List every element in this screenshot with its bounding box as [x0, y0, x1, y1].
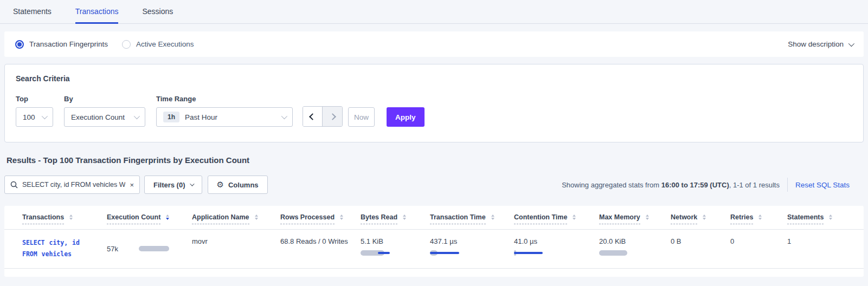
time-range-badge: 1h: [163, 112, 179, 122]
search-icon: [10, 181, 18, 188]
cell-network: 0 B: [671, 237, 730, 261]
col-header-label[interactable]: Transactions: [22, 213, 64, 224]
cell-rows-processed: 68.8 Reads / 0 Writes: [280, 237, 361, 261]
apply-button[interactable]: Apply: [387, 107, 425, 127]
col-header-label[interactable]: Max Memory: [599, 213, 640, 224]
col-header-label[interactable]: Retries: [730, 213, 753, 224]
col-header-label[interactable]: Network: [671, 213, 697, 224]
col-header-label[interactable]: Contention Time: [514, 213, 567, 224]
cell-retries: 0: [730, 237, 787, 261]
col-header-retries: Retries: [730, 213, 787, 224]
chevron-left-icon: [309, 113, 316, 120]
bar-blue: [514, 252, 543, 254]
sort-toggle[interactable]: [829, 214, 832, 220]
col-header-label[interactable]: Rows Processed: [280, 213, 335, 224]
sort-toggle[interactable]: [69, 214, 73, 220]
radio-active-executions[interactable]: Active Executions: [122, 40, 194, 49]
time-prev-button[interactable]: [303, 107, 323, 126]
col-header-label[interactable]: Execution Count: [107, 213, 160, 224]
col-header-execution-count: Execution Count: [107, 213, 192, 224]
show-description-toggle[interactable]: Show description: [788, 40, 853, 48]
bytes-read-bar: [361, 250, 425, 256]
radio-transaction-fingerprints[interactable]: Transaction Fingerprints: [15, 40, 108, 49]
col-header-transactions: Transactions: [22, 213, 107, 224]
top-value: 100: [23, 113, 35, 121]
vertical-divider: [787, 178, 788, 192]
col-header-transaction-time: Transaction Time: [430, 213, 514, 224]
search-criteria-card: Search Criteria Top 100 By Execution Cou…: [4, 64, 864, 142]
col-header-application-name: Application Name: [192, 213, 280, 224]
show-description-label: Show description: [788, 40, 844, 48]
sort-toggle[interactable]: [491, 214, 494, 220]
cell-transaction: SELECT city, id FROM vehicles: [22, 237, 107, 261]
tab-statements[interactable]: Statements: [13, 0, 52, 24]
col-header-label[interactable]: Statements: [787, 213, 824, 224]
max-memory-value: 20.0 KiB: [599, 237, 665, 245]
results-heading: Results - Top 100 Transaction Fingerprin…: [7, 155, 868, 165]
columns-button[interactable]: ⚙ Columns: [208, 176, 268, 194]
now-button[interactable]: Now: [348, 107, 375, 127]
search-input[interactable]: [22, 181, 125, 188]
chevron-down-icon: [190, 181, 194, 186]
time-range-select[interactable]: 1h Past Hour: [156, 107, 293, 127]
tab-sessions[interactable]: Sessions: [142, 0, 173, 24]
sort-toggle[interactable]: [340, 214, 343, 220]
top-field: Top 100: [16, 95, 53, 127]
chevron-right-icon: [329, 113, 336, 120]
radio-unselected-icon: [122, 40, 131, 49]
sort-toggle[interactable]: [403, 214, 406, 220]
col-header-rows-processed: Rows Processed: [280, 213, 361, 224]
sort-toggle-active-desc[interactable]: [166, 214, 169, 220]
clear-search-icon[interactable]: ×: [130, 181, 134, 188]
sort-toggle[interactable]: [573, 214, 576, 220]
time-range-field: Time Range 1h Past Hour: [156, 95, 293, 127]
cell-execution-count: 57k: [107, 237, 192, 261]
transaction-time-value: 437.1 µs: [430, 237, 509, 245]
col-header-label[interactable]: Application Name: [192, 213, 249, 224]
sort-toggle[interactable]: [255, 214, 258, 220]
view-toggle-bar: Transaction Fingerprints Active Executio…: [4, 31, 864, 57]
time-range-value: Past Hour: [185, 113, 217, 121]
sql-search-box: ×: [4, 176, 140, 194]
transaction-fingerprint-link[interactable]: SELECT city, id FROM vehicles: [22, 237, 88, 261]
results-toolbar: × Filters (0) ⚙ Columns Showing aggregat…: [4, 176, 864, 194]
radio-label: Active Executions: [136, 40, 194, 48]
max-memory-bar: [599, 250, 665, 256]
cell-application-name: movr: [192, 237, 280, 261]
col-header-label[interactable]: Bytes Read: [361, 213, 397, 224]
stats-prefix: Showing aggregated stats from: [562, 181, 661, 189]
col-header-contention-time: Contention Time: [514, 213, 599, 224]
reset-sql-stats-link[interactable]: Reset SQL Stats: [795, 181, 864, 189]
col-header-network: Network: [671, 213, 730, 224]
filters-button[interactable]: Filters (0): [144, 176, 202, 194]
gear-icon: ⚙: [217, 180, 224, 190]
by-select[interactable]: Execution Count: [64, 107, 145, 127]
col-header-label[interactable]: Transaction Time: [430, 213, 486, 224]
sort-toggle[interactable]: [758, 214, 762, 220]
columns-label: Columns: [228, 181, 259, 189]
cell-bytes-read: 5.1 KiB: [361, 237, 430, 261]
sort-toggle[interactable]: [703, 214, 706, 220]
top-label: Top: [16, 95, 53, 103]
transaction-time-bar: [430, 250, 509, 256]
stats-suffix: , 1-1 of 1 results: [729, 181, 780, 189]
sort-toggle[interactable]: [646, 214, 649, 220]
time-range-value-group: 1h Past Hour: [163, 112, 217, 122]
by-label: By: [64, 95, 145, 103]
chevron-down-icon: [42, 113, 48, 119]
chevron-down-icon: [134, 113, 140, 119]
stats-area: Showing aggregated stats from 16:00 to 1…: [562, 178, 864, 192]
col-header-max-memory: Max Memory: [599, 213, 671, 224]
search-criteria-controls: Top 100 By Execution Count Time Range 1h…: [16, 95, 852, 127]
bar-blue: [430, 252, 459, 254]
bar-gray: [139, 246, 169, 251]
results-table: Transactions Execution Count Application…: [4, 206, 864, 277]
page-tabs: Statements Transactions Sessions: [0, 0, 868, 24]
top-select[interactable]: 100: [16, 107, 53, 127]
stats-time-range: 16:00 to 17:59 (UTC): [661, 181, 729, 189]
cell-contention-time: 41.0 µs: [514, 237, 599, 261]
table-row: SELECT city, id FROM vehicles 57k movr 6…: [4, 230, 864, 269]
time-next-button[interactable]: [323, 107, 342, 126]
tab-transactions[interactable]: Transactions: [75, 0, 119, 24]
contention-time-bar: [514, 250, 594, 256]
